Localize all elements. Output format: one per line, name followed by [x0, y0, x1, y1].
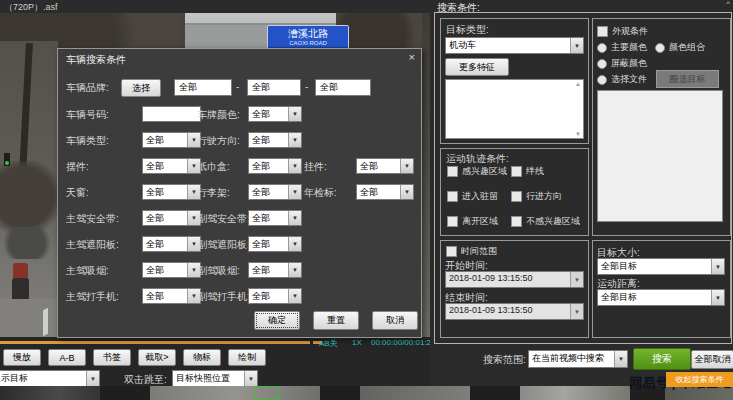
- passenger-seatbelt-select[interactable]: 全部▼: [248, 210, 302, 226]
- ok-button[interactable]: 确定: [254, 311, 300, 330]
- cancel-all-button[interactable]: 全部取消: [691, 350, 733, 369]
- dropdown-arrow-icon[interactable]: ▼: [400, 185, 413, 199]
- dropdown-arrow-icon[interactable]: ▼: [570, 304, 583, 319]
- dropdown-arrow-icon[interactable]: ▼: [711, 259, 724, 274]
- time-range-checkbox[interactable]: [446, 246, 457, 257]
- time-range-checkbox-row[interactable]: 时间范围: [446, 245, 497, 258]
- appearance-checkbox[interactable]: [597, 26, 608, 37]
- movement-distance-select[interactable]: 全部目标▼: [597, 289, 725, 306]
- dropdown-arrow-icon[interactable]: ▼: [288, 263, 301, 277]
- non-interest-region-checkbox-row[interactable]: 不感兴趣区域: [511, 215, 584, 228]
- search-range-select[interactable]: 在当前视频中搜索▼: [528, 350, 628, 368]
- end-time-select[interactable]: 2018-01-09 13:15:50▼: [445, 303, 584, 320]
- dropdown-arrow-icon[interactable]: ▼: [288, 185, 301, 199]
- reset-button[interactable]: 重置: [313, 311, 359, 330]
- dropdown-arrow-icon[interactable]: ▼: [288, 289, 301, 303]
- appearance-checkbox-row[interactable]: 外观条件: [597, 25, 648, 38]
- dropdown-arrow-icon[interactable]: ▼: [400, 159, 413, 173]
- scroll-down-icon[interactable]: ▼: [575, 131, 581, 137]
- brand-level2-box[interactable]: 全部: [247, 79, 301, 96]
- main-color-radio-row[interactable]: 主要颜色: [597, 41, 647, 54]
- mask-color-radio[interactable]: [597, 59, 607, 69]
- a-b-button[interactable]: A-B: [48, 349, 86, 366]
- scroll-up-icon[interactable]: ^: [726, 0, 730, 8]
- travel-direction-checkbox[interactable]: [511, 191, 522, 202]
- seek-bar[interactable]: [0, 341, 310, 344]
- tissue-box-select[interactable]: 全部▼: [248, 158, 302, 174]
- dropdown-arrow-icon[interactable]: ▼: [288, 133, 301, 147]
- dropdown-arrow-icon[interactable]: ▼: [570, 272, 583, 287]
- vehicle-type-select[interactable]: 全部▼: [142, 132, 201, 148]
- dropdown-arrow-icon[interactable]: ▼: [86, 371, 99, 386]
- enter-dwell-checkbox-row[interactable]: 进入驻留: [447, 190, 511, 203]
- scroll-up-icon[interactable]: ▲: [575, 81, 581, 87]
- dropdown-arrow-icon[interactable]: ▼: [288, 107, 301, 121]
- draw-button[interactable]: 绘制: [228, 349, 266, 366]
- search-button[interactable]: 搜索: [633, 348, 691, 370]
- plate-color-select[interactable]: 全部▼: [248, 106, 302, 122]
- feature-listbox[interactable]: ▲ ▼: [445, 79, 584, 139]
- pendant-label: 挂件:: [304, 160, 327, 174]
- sunroof-select[interactable]: 全部▼: [142, 184, 201, 200]
- non-interest-region-checkbox[interactable]: [511, 216, 522, 227]
- trip-line-checkbox-row[interactable]: 绊线: [511, 165, 584, 178]
- ornament-label: 摆件:: [66, 160, 89, 174]
- passenger-smoking-label: 副驾吸烟:: [197, 264, 240, 278]
- mask-color-radio-row[interactable]: 屏蔽颜色: [597, 57, 647, 70]
- dropdown-arrow-icon[interactable]: ▼: [288, 159, 301, 173]
- inspection-mark-select[interactable]: 全部▼: [356, 184, 414, 200]
- start-time-select[interactable]: 2018-01-09 13:15:50▼: [445, 271, 584, 288]
- show-target-select[interactable]: 显示目标▼: [0, 370, 100, 387]
- enter-dwell-checkbox[interactable]: [447, 191, 458, 202]
- color-combo-radio[interactable]: [655, 43, 665, 53]
- driver-smoking-select[interactable]: 全部▼: [142, 262, 201, 278]
- snapshot-thumbnail[interactable]: [150, 386, 320, 400]
- target-type-select[interactable]: 机动车▼: [445, 37, 584, 54]
- close-icon[interactable]: ×: [409, 51, 415, 63]
- interest-region-checkbox[interactable]: [447, 166, 458, 177]
- travel-direction-checkbox-row[interactable]: 行进方向: [511, 190, 584, 203]
- object-mark-button[interactable]: 物标: [183, 349, 221, 366]
- luggage-rack-select[interactable]: 全部▼: [248, 184, 302, 200]
- vehicle-number-input[interactable]: [142, 106, 201, 122]
- driver-sun-visor-select[interactable]: 全部▼: [142, 236, 201, 252]
- dropdown-arrow-icon[interactable]: ▼: [244, 371, 257, 386]
- driving-direction-select[interactable]: 全部▼: [248, 132, 302, 148]
- cancel-button[interactable]: 取消: [372, 311, 418, 330]
- pendant-select[interactable]: 全部▼: [356, 158, 414, 174]
- snapshot-thumbnail[interactable]: [520, 386, 630, 400]
- choose-file-radio-row[interactable]: 选择文件: [597, 73, 647, 86]
- more-features-button[interactable]: 更多特征: [445, 58, 509, 76]
- bookmark-button[interactable]: 书签: [93, 349, 131, 366]
- dropdown-arrow-icon[interactable]: ▼: [570, 38, 583, 53]
- driver-seatbelt-select[interactable]: 全部▼: [142, 210, 201, 226]
- brand-select-button[interactable]: 选择: [121, 79, 161, 97]
- playback-speed: 1X: [352, 338, 362, 347]
- trip-line-checkbox[interactable]: [511, 166, 522, 177]
- driver-phone-select[interactable]: 全部▼: [142, 288, 201, 304]
- jump-position-select[interactable]: 目标快照位置▼: [172, 370, 258, 387]
- choose-file-radio[interactable]: [597, 75, 607, 85]
- snapshot-thumbnail[interactable]: [0, 386, 100, 400]
- passenger-sun-visor-select[interactable]: 全部▼: [248, 236, 302, 252]
- dropdown-arrow-icon[interactable]: ▼: [288, 237, 301, 251]
- capture-button[interactable]: 截取>: [138, 349, 176, 366]
- collapse-search-button[interactable]: 收起搜索条件: [666, 372, 733, 387]
- passenger-phone-select[interactable]: 全部▼: [248, 288, 302, 304]
- dropdown-arrow-icon[interactable]: ▼: [711, 290, 724, 305]
- leave-region-checkbox[interactable]: [447, 216, 458, 227]
- color-combo-radio-row[interactable]: 颜色组合: [655, 41, 705, 54]
- snapshot-thumbnail[interactable]: [360, 386, 470, 400]
- circle-target-button[interactable]: 圈选目标: [656, 70, 719, 88]
- dropdown-arrow-icon[interactable]: ▼: [614, 351, 627, 367]
- main-color-radio[interactable]: [597, 43, 607, 53]
- passenger-smoking-select[interactable]: 全部▼: [248, 262, 302, 278]
- brand-level3-box[interactable]: 全部: [315, 79, 371, 96]
- slow-play-button[interactable]: 慢放: [3, 349, 41, 366]
- dropdown-arrow-icon[interactable]: ▼: [288, 211, 301, 225]
- interest-region-checkbox-row[interactable]: 感兴趣区域: [447, 165, 511, 178]
- target-size-select[interactable]: 全部目标▼: [597, 258, 725, 275]
- ornament-select[interactable]: 全部▼: [142, 158, 201, 174]
- leave-region-checkbox-row[interactable]: 离开区域: [447, 215, 511, 228]
- brand-level1-box[interactable]: 全部: [174, 79, 232, 96]
